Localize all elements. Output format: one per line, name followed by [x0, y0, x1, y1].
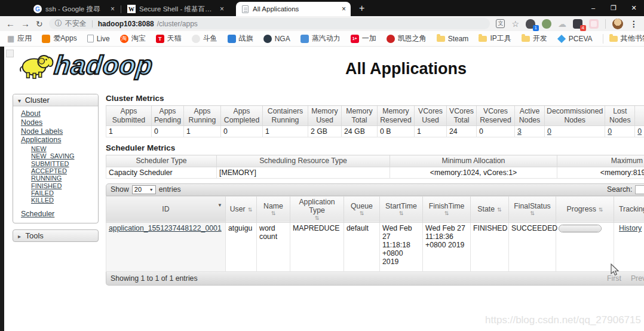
- history-link[interactable]: History: [619, 224, 642, 232]
- sidebar-item-state-finished[interactable]: FINISHED: [31, 182, 98, 189]
- extension-icon[interactable]: 1: [526, 19, 535, 29]
- sort-icon: ⇅: [259, 210, 288, 217]
- sidebar-item-state-new[interactable]: NEW: [31, 145, 98, 152]
- entries-label: entries: [159, 185, 181, 194]
- tv-extension-icon[interactable]: [589, 19, 599, 29]
- watermark: https://blog.csdn.net/qq_27906715: [485, 314, 641, 326]
- close-window-button[interactable]: ✕: [624, 0, 644, 16]
- column-header: Apps Completed: [221, 106, 263, 126]
- bookmark-folder[interactable]: Steam: [437, 35, 469, 43]
- browser-toolbar: ← → ↻ ⓘ 不安全 hadoop103:8088/cluster/apps …: [0, 16, 644, 31]
- bookmark-folder[interactable]: 开发: [522, 33, 547, 44]
- bookmark-folder[interactable]: IP工具: [479, 33, 511, 44]
- column-header-starttime[interactable]: StartTime⇅: [380, 196, 423, 223]
- cloud-extension-icon[interactable]: ☁: [558, 19, 566, 29]
- tab-close-icon[interactable]: ×: [342, 5, 346, 13]
- document-favicon-icon: [87, 35, 94, 42]
- bookmark-star-icon[interactable]: ☆: [511, 19, 519, 29]
- bookmark-item[interactable]: 淘 淘宝: [120, 33, 146, 44]
- reload-icon[interactable]: ↻: [36, 20, 43, 28]
- bookmark-item[interactable]: NGA: [263, 35, 290, 43]
- metric-value: 1: [263, 126, 308, 137]
- bookmark-label: 天猫: [167, 33, 182, 44]
- sidebar-item-applications[interactable]: Applications: [21, 136, 98, 145]
- pagination-previous[interactable]: Previous: [631, 274, 644, 283]
- column-header-progress[interactable]: Progress⇅: [556, 196, 614, 223]
- chrome-menu-icon[interactable]: ⋮: [630, 19, 638, 29]
- column-header: VCores Used: [415, 106, 447, 126]
- sidebar-item-state-running[interactable]: RUNNING: [31, 174, 98, 182]
- sidebar-item-about[interactable]: About: [21, 110, 98, 118]
- bookmark-other-folder[interactable]: 其他书签: [609, 33, 644, 44]
- sidebar-item-state-new-saving[interactable]: NEW_SAVING: [31, 152, 98, 160]
- entries-select[interactable]: 20 ▼: [132, 185, 156, 194]
- translate-icon[interactable]: 文: [496, 19, 505, 28]
- tab-google-search[interactable]: G ssh - Google 搜尋 ×: [29, 2, 119, 16]
- profile-avatar[interactable]: [612, 19, 623, 29]
- sidebar-item-node-labels[interactable]: Node Labels: [21, 128, 98, 136]
- column-label: Application Type: [299, 198, 335, 215]
- zhanqi-favicon-icon: [228, 35, 236, 43]
- address-bar[interactable]: ⓘ 不安全 hadoop103:8088/cluster/apps: [49, 18, 490, 29]
- bookmark-item[interactable]: T 天猫: [156, 33, 182, 44]
- bookmark-apps[interactable]: ▦ 应用: [7, 33, 32, 44]
- column-label: Name: [263, 202, 283, 210]
- sidebar-section-tools[interactable]: ▸ Tools: [13, 229, 99, 242]
- bookmark-label: 淘宝: [131, 33, 146, 44]
- sort-icon: ⇅: [599, 207, 603, 213]
- active-nodes-link[interactable]: 3: [517, 127, 522, 136]
- folder-icon: [479, 36, 487, 42]
- column-header-name[interactable]: Name⇅: [257, 196, 290, 223]
- column-header-tracking-ui[interactable]: Tracking UI: [614, 196, 644, 223]
- sidebar-item-scheduler[interactable]: Scheduler: [21, 210, 54, 218]
- info-icon[interactable]: ⓘ: [55, 19, 62, 29]
- column-header: Containers Running: [263, 106, 308, 126]
- column-header-queue[interactable]: Queue⇅: [344, 196, 380, 223]
- bookmark-item[interactable]: PCEVA: [557, 35, 593, 43]
- lost-nodes-link[interactable]: 0: [608, 127, 612, 136]
- decommissioned-nodes-link[interactable]: 0: [547, 127, 551, 136]
- sidebar-item-state-failed[interactable]: FAILED: [31, 189, 98, 197]
- application-id-link[interactable]: application_1551237448122_0001: [109, 224, 222, 232]
- metric-value: 0: [477, 126, 515, 137]
- forward-icon[interactable]: →: [21, 19, 30, 28]
- sidebar-section-cluster[interactable]: ▾ Cluster: [13, 94, 98, 106]
- bookmark-item[interactable]: 爱Apps: [42, 33, 76, 44]
- bookmark-label: IP工具: [490, 33, 511, 44]
- bookmark-item[interactable]: 凯恩之角: [387, 33, 427, 44]
- minimize-button[interactable]: –: [583, 0, 603, 16]
- column-header-user[interactable]: User⇅: [226, 196, 257, 223]
- tab-all-applications[interactable]: All Applications ×: [236, 2, 351, 16]
- column-header: Memory Reserved: [378, 106, 415, 126]
- sidebar-item-nodes[interactable]: Nodes: [21, 119, 98, 127]
- column-header-finishtime[interactable]: FinishTime⇅: [423, 196, 471, 223]
- column-header-id[interactable]: ID ▼: [106, 196, 226, 223]
- unhealthy-nodes-link[interactable]: 0: [637, 127, 642, 136]
- bookmark-item[interactable]: 斗鱼: [192, 33, 217, 44]
- column-header-finalstatus[interactable]: FinalStatus⇅: [509, 196, 556, 223]
- column-header: Memory Used: [308, 106, 342, 126]
- column-header-application-type[interactable]: Application Type⇅: [290, 196, 344, 223]
- window-left-edge: [0, 47, 4, 331]
- extension-icon[interactable]: [542, 19, 551, 29]
- bookmark-item[interactable]: 蒸汽动力: [300, 33, 341, 44]
- sidebar-item-state-submitted[interactable]: SUBMITTED: [31, 160, 98, 167]
- tab-close-icon[interactable]: ×: [111, 5, 115, 13]
- column-header-state[interactable]: State⇅: [471, 196, 509, 223]
- bookmark-item[interactable]: Live: [87, 35, 110, 43]
- back-icon[interactable]: ←: [6, 19, 15, 28]
- search-input[interactable]: [635, 185, 644, 194]
- extension-icon[interactable]: 4: [573, 19, 582, 29]
- browser-tab-strip: G ssh - Google 搜尋 × W Secure Shell - 维基百…: [0, 0, 644, 16]
- bookmark-label: 蒸汽动力: [312, 33, 341, 44]
- bookmark-item[interactable]: 1+ 一加: [351, 33, 376, 44]
- progress-bar: [559, 225, 602, 232]
- cell-application-type: MAPREDUCE: [290, 223, 344, 272]
- sidebar-item-state-accepted[interactable]: ACCEPTED: [31, 167, 98, 174]
- tab-close-icon[interactable]: ×: [220, 5, 224, 13]
- sidebar-item-state-killed[interactable]: KILLED: [31, 197, 98, 204]
- new-tab-button[interactable]: +: [359, 3, 364, 14]
- bookmark-item[interactable]: 战旗: [228, 33, 253, 44]
- tab-secure-shell-wiki[interactable]: W Secure Shell - 维基百科，自由的 ×: [122, 2, 229, 16]
- restore-button[interactable]: ❐: [603, 0, 624, 16]
